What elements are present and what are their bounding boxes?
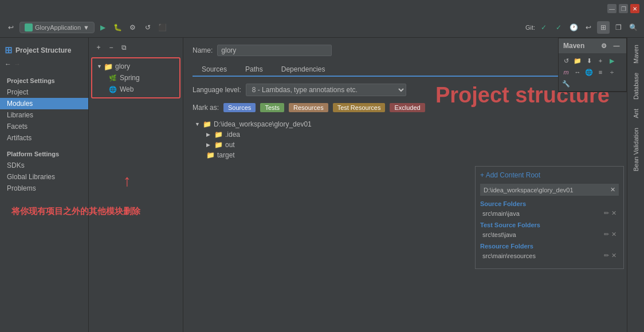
project-structure-title: Project Structure (15, 46, 71, 54)
maven-refresh-btn[interactable]: ↺ (561, 56, 571, 66)
maven-globe-btn[interactable]: 🌐 (584, 67, 594, 77)
project-structure-header: ⊞ Project Structure (0, 42, 88, 58)
module-highlight-box: ▼ 📁 glory 🌿 Spring 🌐 Web (91, 57, 180, 98)
file-tree-idea-icon: 📁 (214, 131, 223, 139)
tree-node-web[interactable]: 🌐 Web (106, 84, 177, 95)
git-check2[interactable]: ✓ (552, 21, 565, 34)
left-sidebar: ⊞ Project Structure ← → Project Settings… (0, 38, 89, 332)
nav-fwd-btn[interactable]: → (14, 60, 21, 68)
mark-tests-btn[interactable]: Tests (260, 103, 284, 112)
maven-link-btn[interactable]: ↔ (572, 67, 583, 77)
source-folder-path-0: src\main\java ✏ ✕ (480, 208, 619, 218)
sidebar-item-project[interactable]: Project (0, 86, 88, 98)
sidebar-item-problems[interactable]: Problems (0, 183, 88, 194)
name-input[interactable] (217, 45, 332, 56)
git-undo[interactable]: ↩ (582, 21, 595, 34)
test-source-folder-edit-0[interactable]: ✏ (604, 231, 609, 238)
title-bar: — ❐ ✕ (0, 0, 644, 17)
sidebar-item-modules[interactable]: Modules (0, 98, 88, 109)
file-tree-target-label: target (217, 151, 235, 159)
layout-btn[interactable]: ⊞ (597, 21, 610, 34)
sidebar-item-global-libraries[interactable]: Global Libraries (0, 171, 88, 183)
maven-list-btn[interactable]: ≡ (595, 67, 606, 77)
test-source-folders-section: Test Source Folders src\test\java ✏ ✕ (480, 222, 619, 239)
sidebar-item-libraries[interactable]: Libraries (0, 109, 88, 121)
maven-gear-btn[interactable]: ⚙ (599, 41, 609, 51)
coverage-btn[interactable]: ⚙ (127, 21, 139, 34)
language-level-select[interactable]: 8 - Lambdas, type annotations etc. (246, 84, 406, 96)
search-everywhere-btn[interactable]: 🔍 (627, 21, 639, 34)
tab-sources[interactable]: Sources (193, 63, 236, 77)
maven-title: Maven (563, 42, 584, 50)
platform-settings-label: Platform Settings (0, 148, 88, 160)
right-panel-maven[interactable]: Maven (633, 42, 639, 66)
window-btn[interactable]: ❐ (612, 21, 625, 34)
source-folder-actions-0: ✏ ✕ (604, 210, 616, 217)
restore-btn[interactable]: ❐ (619, 4, 628, 13)
maven-div-btn[interactable]: ÷ (607, 67, 617, 77)
content-root-path-close[interactable]: ✕ (610, 186, 615, 193)
close-btn[interactable]: ✕ (630, 4, 639, 13)
file-tree-out-icon: 📁 (214, 141, 223, 149)
resource-folder-edit-0[interactable]: ✏ (604, 252, 609, 259)
tab-dependencies[interactable]: Dependencies (272, 63, 335, 77)
sidebar-item-artifacts[interactable]: Artifacts (0, 132, 88, 144)
maven-run-btn[interactable]: ▶ (607, 56, 617, 66)
minimize-btn[interactable]: — (607, 4, 616, 13)
sidebar-item-sdks[interactable]: SDKs (0, 160, 88, 171)
maven-download-btn[interactable]: ⬇ (584, 56, 594, 66)
file-tree-out[interactable]: ▶ 📁 out (204, 140, 618, 150)
tree-remove-btn[interactable]: − (106, 42, 116, 53)
web-icon: 🌐 (108, 85, 117, 94)
project-settings-section: Project Settings Project Modules Librari… (0, 75, 88, 144)
right-panel-bean-validation[interactable]: Bean Validation (633, 125, 639, 173)
sidebar-item-facets[interactable]: Facets (0, 121, 88, 132)
resource-folder-delete-0[interactable]: ✕ (611, 252, 616, 259)
content-root-panel: + Add Content Root D:\idea_workspace\glo… (475, 166, 624, 269)
tree-copy-btn[interactable]: ⧉ (119, 42, 129, 53)
file-tree-idea[interactable]: ▶ 📁 .idea (204, 129, 618, 140)
debug-btn[interactable]: 🐛 (112, 21, 124, 34)
maven-minus-btn[interactable]: — (611, 41, 622, 51)
file-tree-root[interactable]: ▼ 📁 D:\idea_workspace\glory_dev01 (193, 119, 618, 129)
maven-m-btn[interactable]: m (561, 67, 571, 77)
mark-excluded-btn[interactable]: Excluded (390, 103, 425, 112)
stop-btn[interactable]: ⬛ (156, 21, 169, 34)
test-source-folders-title: Test Source Folders (480, 222, 619, 228)
right-panel-ant[interactable]: Ant (633, 106, 639, 121)
run-config-selector[interactable]: GloryApplication ▼ (19, 22, 95, 33)
nav-back-btn[interactable]: ← (5, 60, 11, 68)
file-tree-target[interactable]: 📁 target (204, 150, 618, 160)
mark-test-resources-btn[interactable]: Test Resources (333, 103, 386, 112)
mark-resources-btn[interactable]: Resources (289, 103, 328, 112)
maven-wrench-btn[interactable]: 🔧 (561, 78, 571, 89)
tree-add-btn[interactable]: + (93, 42, 104, 53)
file-tree-idea-label: .idea (225, 131, 240, 139)
tab-paths[interactable]: Paths (236, 63, 272, 77)
source-folder-delete-0[interactable]: ✕ (611, 210, 616, 217)
tree-node-spring[interactable]: 🌿 Spring (106, 72, 177, 84)
resource-folder-actions-0: ✏ ✕ (604, 252, 616, 259)
file-tree-out-label: out (225, 141, 235, 149)
back-btn[interactable]: ↩ (5, 21, 17, 34)
source-folder-edit-0[interactable]: ✏ (604, 210, 609, 217)
name-row: Name: (193, 45, 618, 56)
right-panel: Maven Database Ant Bean Validation (627, 38, 644, 332)
maven-folder-btn[interactable]: 📁 (572, 56, 583, 66)
content-root-path: D:\idea_workspace\glory_dev01 ✕ (480, 184, 619, 196)
maven-add-btn[interactable]: + (595, 56, 606, 66)
language-level-label: Language level: (193, 86, 241, 94)
tabs-row: Sources Paths Dependencies (193, 63, 618, 77)
run-btn[interactable]: ▶ (97, 21, 109, 34)
file-tree-root-arrow: ▼ (195, 121, 203, 127)
tree-node-glory[interactable]: ▼ 📁 glory (95, 61, 177, 72)
file-tree-idea-arrow: ▶ (206, 132, 214, 137)
git-check1[interactable]: ✓ (537, 21, 550, 34)
project-settings-label: Project Settings (0, 75, 88, 86)
mark-sources-btn[interactable]: Sources (223, 103, 256, 112)
add-content-root-btn[interactable]: + Add Content Root (480, 171, 619, 179)
test-source-folder-delete-0[interactable]: ✕ (611, 231, 616, 238)
git-clock[interactable]: 🕐 (567, 21, 580, 34)
profile-btn[interactable]: ↺ (142, 21, 154, 34)
right-panel-database[interactable]: Database (633, 70, 639, 102)
